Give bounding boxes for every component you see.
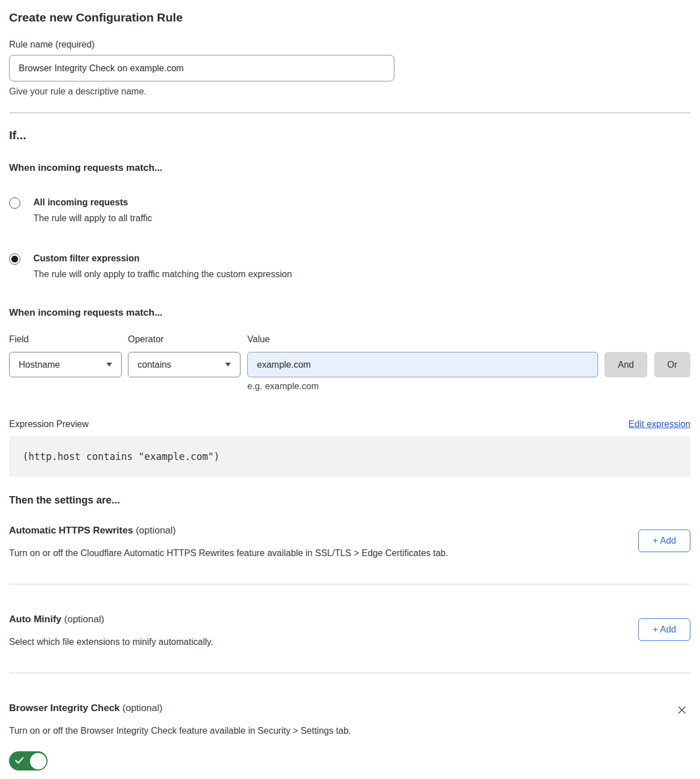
rule-name-helper: Give your rule a descriptive name. bbox=[9, 86, 690, 97]
field-select-value: Hostname bbox=[19, 360, 60, 370]
setting-description: Select which file extensions to minify a… bbox=[9, 636, 690, 647]
close-icon bbox=[677, 705, 687, 715]
radio-option-description: The rule will apply to all traffic bbox=[33, 213, 152, 223]
rule-name-label: Rule name (required) bbox=[9, 39, 690, 50]
browser-integrity-check-toggle[interactable] bbox=[9, 751, 48, 771]
radio-option-label: All incoming requests bbox=[33, 197, 152, 208]
setting-browser-integrity-check: Browser Integrity Check (optional) Turn … bbox=[9, 703, 690, 771]
section-divider bbox=[9, 584, 690, 584]
value-input[interactable] bbox=[247, 352, 598, 377]
setting-name: Automatic HTTPS Rewrites (optional) bbox=[9, 525, 690, 536]
field-label: Field bbox=[9, 334, 122, 345]
value-helper-text: e.g. example.com bbox=[247, 381, 598, 391]
add-auto-minify-button[interactable]: + Add bbox=[638, 618, 690, 641]
toggle-knob bbox=[30, 753, 46, 769]
operator-select-value: contains bbox=[138, 360, 171, 370]
field-select[interactable]: Hostname bbox=[9, 352, 122, 377]
radio-button-unselected[interactable] bbox=[9, 197, 20, 209]
incoming-requests-match-heading: When incoming requests match... bbox=[9, 307, 690, 319]
section-divider bbox=[9, 673, 690, 673]
remove-setting-button[interactable] bbox=[676, 704, 688, 716]
setting-name: Browser Integrity Check (optional) bbox=[9, 703, 690, 714]
expression-preview-row: Expression Preview Edit expression bbox=[9, 419, 690, 429]
value-label: Value bbox=[247, 334, 598, 345]
setting-automatic-https-rewrites: Automatic HTTPS Rewrites (optional) Turn… bbox=[9, 525, 690, 584]
setting-auto-minify: Auto Minify (optional) Select which file… bbox=[9, 614, 690, 673]
if-heading: If... bbox=[9, 128, 690, 143]
check-icon bbox=[15, 756, 24, 765]
and-button[interactable]: And bbox=[604, 352, 647, 377]
edit-expression-link[interactable]: Edit expression bbox=[629, 419, 690, 429]
chevron-down-icon bbox=[106, 363, 112, 367]
radio-button-selected[interactable] bbox=[9, 253, 20, 265]
page-title: Create new Configuration Rule bbox=[9, 10, 690, 25]
filter-expression-row: Field Hostname Operator contains Value e… bbox=[9, 334, 690, 391]
section-divider bbox=[9, 113, 690, 113]
setting-name: Auto Minify (optional) bbox=[9, 614, 690, 625]
operator-select[interactable]: contains bbox=[128, 352, 241, 377]
radio-option-custom-filter[interactable]: Custom filter expression The rule will o… bbox=[9, 253, 690, 279]
operator-label: Operator bbox=[128, 334, 241, 345]
when-match-heading: When incoming requests match... bbox=[9, 162, 690, 174]
setting-name-text: Browser Integrity Check bbox=[9, 703, 120, 713]
setting-description: Turn on or off the Cloudflare Automatic … bbox=[9, 548, 690, 558]
then-settings-heading: Then the settings are... bbox=[9, 494, 690, 506]
setting-name-text: Auto Minify bbox=[9, 614, 62, 625]
chevron-down-icon bbox=[225, 363, 231, 367]
setting-description: Turn on or off the Browser Integrity Che… bbox=[9, 725, 690, 736]
expression-preview-code: (http.host contains "example.com") bbox=[9, 436, 690, 477]
radio-option-all-requests[interactable]: All incoming requests The rule will appl… bbox=[9, 197, 690, 223]
add-automatic-https-rewrites-button[interactable]: + Add bbox=[638, 530, 690, 552]
expression-code-text: (http.host contains "example.com") bbox=[23, 451, 220, 462]
setting-optional-text: (optional) bbox=[136, 525, 176, 536]
expression-preview-label: Expression Preview bbox=[9, 419, 89, 429]
or-button[interactable]: Or bbox=[654, 352, 690, 377]
rule-name-input[interactable] bbox=[9, 55, 394, 81]
radio-option-description: The rule will only apply to traffic matc… bbox=[33, 269, 292, 279]
setting-name-text: Automatic HTTPS Rewrites bbox=[9, 525, 133, 536]
setting-optional-text: (optional) bbox=[122, 703, 162, 713]
radio-option-label: Custom filter expression bbox=[33, 253, 292, 264]
setting-optional-text: (optional) bbox=[64, 614, 104, 625]
